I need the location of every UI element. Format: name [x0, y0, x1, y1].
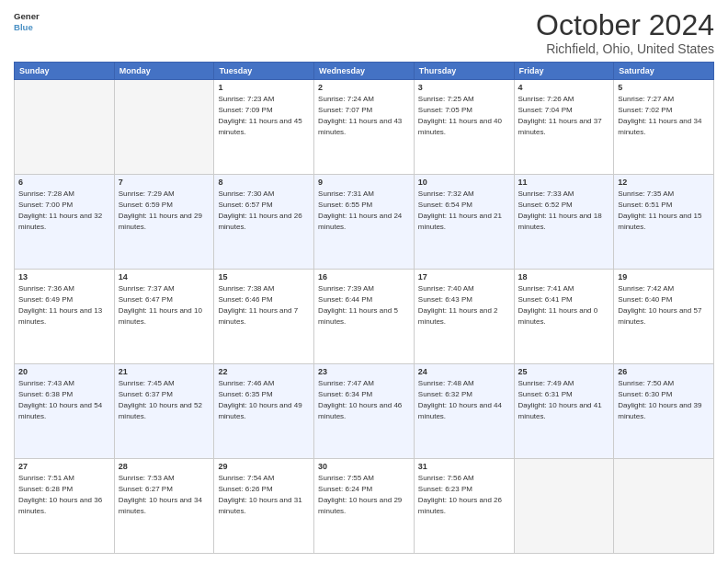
day-info: Sunrise: 7:53 AM Sunset: 6:27 PM Dayligh…	[119, 473, 210, 517]
calendar: SundayMondayTuesdayWednesdayThursdayFrid…	[14, 62, 714, 554]
sunset: Sunset: 6:54 PM	[418, 201, 472, 209]
calendar-week-row: 27 Sunrise: 7:51 AM Sunset: 6:28 PM Dayl…	[15, 459, 714, 554]
sunrise: Sunrise: 7:47 AM	[318, 379, 374, 387]
calendar-cell	[114, 80, 214, 175]
sunset: Sunset: 6:51 PM	[618, 201, 672, 209]
sunset: Sunset: 6:37 PM	[119, 390, 173, 398]
day-number: 24	[418, 367, 510, 376]
sunset: Sunset: 6:26 PM	[218, 485, 272, 493]
day-number: 14	[119, 272, 210, 282]
day-number: 10	[418, 178, 510, 187]
calendar-cell: 22 Sunrise: 7:46 AM Sunset: 6:35 PM Dayl…	[214, 364, 314, 459]
sunset: Sunset: 6:32 PM	[418, 390, 472, 398]
day-info: Sunrise: 7:45 AM Sunset: 6:37 PM Dayligh…	[119, 378, 210, 422]
day-info: Sunrise: 7:55 AM Sunset: 6:24 PM Dayligh…	[318, 473, 410, 517]
calendar-cell: 16 Sunrise: 7:39 AM Sunset: 6:44 PM Dayl…	[314, 270, 415, 364]
calendar-cell: 11 Sunrise: 7:33 AM Sunset: 6:52 PM Dayl…	[514, 175, 614, 270]
day-number: 28	[119, 462, 210, 471]
day-number: 25	[518, 367, 610, 376]
daylight: Daylight: 10 hours and 57 minutes.	[618, 306, 701, 326]
sunset: Sunset: 6:40 PM	[618, 295, 672, 304]
day-info: Sunrise: 7:51 AM Sunset: 6:28 PM Dayligh…	[18, 473, 110, 517]
sunrise: Sunrise: 7:23 AM	[218, 95, 274, 103]
calendar-cell: 20 Sunrise: 7:43 AM Sunset: 6:38 PM Dayl…	[15, 364, 115, 459]
sunrise: Sunrise: 7:29 AM	[119, 190, 175, 198]
day-number: 9	[318, 178, 410, 187]
calendar-cell: 18 Sunrise: 7:41 AM Sunset: 6:41 PM Dayl…	[514, 270, 614, 364]
sunset: Sunset: 7:09 PM	[218, 106, 272, 114]
day-number: 5	[618, 83, 710, 92]
daylight: Daylight: 10 hours and 52 minutes.	[119, 401, 202, 420]
daylight: Daylight: 10 hours and 41 minutes.	[518, 401, 602, 420]
sunset: Sunset: 6:34 PM	[318, 390, 372, 398]
day-number: 11	[518, 178, 610, 187]
day-number: 1	[218, 83, 310, 92]
day-info: Sunrise: 7:40 AM Sunset: 6:43 PM Dayligh…	[418, 283, 510, 327]
day-info: Sunrise: 7:49 AM Sunset: 6:31 PM Dayligh…	[518, 378, 610, 422]
daylight: Daylight: 10 hours and 29 minutes.	[318, 496, 402, 515]
calendar-cell: 1 Sunrise: 7:23 AM Sunset: 7:09 PM Dayli…	[214, 80, 314, 175]
daylight: Daylight: 11 hours and 10 minutes.	[119, 306, 202, 326]
day-number: 15	[218, 272, 310, 282]
daylight: Daylight: 11 hours and 29 minutes.	[119, 212, 202, 231]
subtitle: Richfield, Ohio, United States	[536, 41, 714, 56]
daylight: Daylight: 10 hours and 39 minutes.	[618, 401, 701, 420]
daylight: Daylight: 10 hours and 26 minutes.	[418, 496, 502, 515]
day-number: 26	[618, 367, 710, 376]
calendar-cell: 3 Sunrise: 7:25 AM Sunset: 7:05 PM Dayli…	[414, 80, 514, 175]
sunrise: Sunrise: 7:39 AM	[318, 284, 374, 293]
sunset: Sunset: 7:05 PM	[418, 106, 472, 114]
day-number: 3	[418, 83, 510, 92]
calendar-cell: 7 Sunrise: 7:29 AM Sunset: 6:59 PM Dayli…	[114, 175, 214, 270]
header: General Blue General Blue October 2024 R…	[14, 9, 714, 56]
calendar-cell: 17 Sunrise: 7:40 AM Sunset: 6:43 PM Dayl…	[414, 270, 514, 364]
day-info: Sunrise: 7:30 AM Sunset: 6:57 PM Dayligh…	[218, 189, 310, 233]
calendar-cell: 10 Sunrise: 7:32 AM Sunset: 6:54 PM Dayl…	[414, 175, 514, 270]
day-info: Sunrise: 7:35 AM Sunset: 6:51 PM Dayligh…	[618, 189, 710, 233]
calendar-cell: 9 Sunrise: 7:31 AM Sunset: 6:55 PM Dayli…	[314, 175, 415, 270]
calendar-cell: 24 Sunrise: 7:48 AM Sunset: 6:32 PM Dayl…	[414, 364, 514, 459]
daylight: Daylight: 11 hours and 45 minutes.	[218, 117, 301, 136]
calendar-cell: 30 Sunrise: 7:55 AM Sunset: 6:24 PM Dayl…	[314, 459, 415, 554]
calendar-cell: 29 Sunrise: 7:54 AM Sunset: 6:26 PM Dayl…	[214, 459, 314, 554]
calendar-cell: 19 Sunrise: 7:42 AM Sunset: 6:40 PM Dayl…	[614, 270, 714, 364]
sunrise: Sunrise: 7:50 AM	[618, 379, 674, 387]
day-info: Sunrise: 7:46 AM Sunset: 6:35 PM Dayligh…	[218, 378, 310, 422]
day-info: Sunrise: 7:38 AM Sunset: 6:46 PM Dayligh…	[218, 283, 310, 327]
sunrise: Sunrise: 7:55 AM	[318, 474, 374, 482]
day-info: Sunrise: 7:27 AM Sunset: 7:02 PM Dayligh…	[618, 94, 710, 138]
calendar-cell: 28 Sunrise: 7:53 AM Sunset: 6:27 PM Dayl…	[114, 459, 214, 554]
daylight: Daylight: 10 hours and 44 minutes.	[418, 401, 502, 420]
day-info: Sunrise: 7:47 AM Sunset: 6:34 PM Dayligh…	[318, 378, 410, 422]
day-info: Sunrise: 7:25 AM Sunset: 7:05 PM Dayligh…	[418, 94, 510, 138]
daylight: Daylight: 11 hours and 43 minutes.	[318, 117, 402, 136]
calendar-cell: 23 Sunrise: 7:47 AM Sunset: 6:34 PM Dayl…	[314, 364, 415, 459]
day-info: Sunrise: 7:41 AM Sunset: 6:41 PM Dayligh…	[518, 283, 610, 327]
calendar-day-header-tuesday: Tuesday	[214, 63, 314, 80]
sunrise: Sunrise: 7:35 AM	[618, 190, 674, 198]
day-info: Sunrise: 7:26 AM Sunset: 7:04 PM Dayligh…	[518, 94, 610, 138]
logo: General Blue General Blue	[14, 9, 40, 35]
sunrise: Sunrise: 7:54 AM	[218, 474, 274, 482]
day-number: 29	[218, 462, 310, 471]
daylight: Daylight: 11 hours and 24 minutes.	[318, 212, 402, 231]
daylight: Daylight: 10 hours and 31 minutes.	[218, 496, 301, 515]
calendar-cell: 8 Sunrise: 7:30 AM Sunset: 6:57 PM Dayli…	[214, 175, 314, 270]
calendar-cell: 26 Sunrise: 7:50 AM Sunset: 6:30 PM Dayl…	[614, 364, 714, 459]
calendar-day-header-wednesday: Wednesday	[314, 63, 415, 80]
sunrise: Sunrise: 7:38 AM	[218, 284, 274, 293]
calendar-cell: 31 Sunrise: 7:56 AM Sunset: 6:23 PM Dayl…	[414, 459, 514, 554]
day-number: 19	[618, 272, 710, 282]
day-number: 23	[318, 367, 410, 376]
day-info: Sunrise: 7:50 AM Sunset: 6:30 PM Dayligh…	[618, 378, 710, 422]
day-info: Sunrise: 7:28 AM Sunset: 7:00 PM Dayligh…	[18, 189, 110, 233]
daylight: Daylight: 10 hours and 46 minutes.	[318, 401, 402, 420]
day-number: 16	[318, 272, 410, 282]
day-number: 6	[18, 178, 110, 187]
sunset: Sunset: 7:07 PM	[318, 106, 372, 114]
sunrise: Sunrise: 7:37 AM	[119, 284, 175, 293]
day-info: Sunrise: 7:31 AM Sunset: 6:55 PM Dayligh…	[318, 189, 410, 233]
sunset: Sunset: 6:52 PM	[518, 201, 573, 209]
daylight: Daylight: 11 hours and 2 minutes.	[418, 306, 498, 326]
calendar-week-row: 6 Sunrise: 7:28 AM Sunset: 7:00 PM Dayli…	[15, 175, 714, 270]
